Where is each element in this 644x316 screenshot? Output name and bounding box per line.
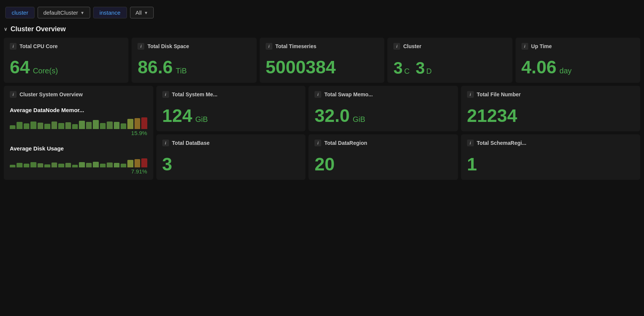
bar-segment <box>44 124 50 129</box>
disk-percent: 7.91% <box>10 168 147 175</box>
bar-segment <box>65 122 71 129</box>
bar-segment <box>79 162 85 167</box>
info-icon-timeseries[interactable]: i <box>266 43 272 50</box>
instance-dropdown-arrow: ▼ <box>144 11 148 15</box>
bar-segment <box>86 122 92 129</box>
disk-bar-chart <box>10 154 147 167</box>
bar-segment <box>38 123 43 129</box>
bar-segment <box>58 164 64 167</box>
cluster-tab[interactable]: cluster <box>5 7 35 18</box>
bar-segment <box>107 122 112 129</box>
card-file-number: i Total File Number 21234 <box>461 86 640 131</box>
card-database: i Total DataBase 3 <box>156 134 306 180</box>
card-swap-memory: i Total Swap Memo... 32.0 GiB <box>308 86 458 131</box>
bar-segment <box>93 120 98 129</box>
cluster-dropdown[interactable]: defaultCluster ▼ <box>38 7 90 18</box>
bar-segment <box>51 163 57 167</box>
bar-segment <box>121 123 126 129</box>
card-uptime: i Up Time 4.06 day <box>516 38 640 83</box>
info-icon-cpu[interactable]: i <box>10 43 17 50</box>
info-icon-cluster[interactable]: i <box>393 43 400 50</box>
info-icon-disk[interactable]: i <box>138 43 144 50</box>
bar-segment <box>72 165 78 167</box>
instance-tab[interactable]: instance <box>93 7 127 18</box>
bar-segment <box>127 160 133 167</box>
info-icon-uptime[interactable]: i <box>522 43 528 50</box>
top-bar: cluster defaultCluster ▼ instance All ▼ <box>4 4 640 21</box>
memory-percent: 15.9% <box>10 130 147 136</box>
lower-grid: i Total System Me... 124 GiB i Total Swa… <box>4 86 640 180</box>
overview-title: Cluster System Overview <box>20 91 83 97</box>
bar-segment <box>135 118 140 129</box>
bar-segment <box>107 163 112 167</box>
bar-segment <box>72 124 78 129</box>
row1-grid: i Total CPU Core 64 Core(s) i Total Disk… <box>4 38 640 83</box>
info-icon-database[interactable]: i <box>162 140 169 146</box>
bar-segment <box>10 125 15 129</box>
bar-segment <box>141 117 147 129</box>
memory-bar-chart <box>10 115 147 129</box>
info-icon-schemaregi[interactable]: i <box>467 140 474 146</box>
card-system-memory: i Total System Me... 124 GiB <box>156 86 306 131</box>
bar-segment <box>58 123 64 129</box>
section-title: ∨ Cluster Overview <box>4 25 640 33</box>
bar-segment <box>135 159 140 167</box>
section-chevron: ∨ <box>4 26 8 32</box>
card-cpu-core: i Total CPU Core 64 Core(s) <box>4 38 128 83</box>
bar-segment <box>121 164 126 167</box>
bar-segment <box>86 163 92 167</box>
bar-segment <box>51 122 57 129</box>
bar-segment <box>17 122 22 129</box>
cluster-dropdown-arrow: ▼ <box>80 11 85 15</box>
disk-label: Average Disk Usage <box>10 145 147 152</box>
bar-segment <box>24 123 29 129</box>
card-disk-space: i Total Disk Space 86.6 TiB <box>132 38 256 83</box>
bar-segment <box>141 158 147 167</box>
bar-segment <box>100 164 106 167</box>
bar-segment <box>44 164 50 168</box>
card-dataregion: i Total DataRegion 20 <box>308 134 458 180</box>
bar-segment <box>93 162 98 167</box>
bar-segment <box>127 119 133 129</box>
bar-segment <box>65 163 71 167</box>
bar-segment <box>30 122 36 129</box>
card-cluster-overview: i Cluster System Overview Average DataNo… <box>4 86 153 180</box>
memory-label: Average DataNode Memor... <box>10 107 147 113</box>
card-schemaregi: i Total SchemaRegi... 1 <box>461 134 640 180</box>
info-icon-overview[interactable]: i <box>10 91 17 98</box>
info-icon-swapmem[interactable]: i <box>314 91 321 98</box>
instance-dropdown[interactable]: All ▼ <box>130 7 154 18</box>
bar-segment <box>114 163 119 167</box>
bar-segment <box>100 123 106 129</box>
bar-segment <box>17 163 22 167</box>
bar-segment <box>79 121 85 129</box>
bar-segment <box>10 165 15 167</box>
info-icon-dataregion[interactable]: i <box>314 140 321 146</box>
bar-segment <box>30 162 36 167</box>
card-timeseries: i Total Timeseries 5000384 <box>260 38 384 83</box>
info-icon-sysmem[interactable]: i <box>162 91 169 98</box>
bar-segment <box>38 163 43 167</box>
card-cluster: i Cluster 3 C 3 D <box>387 38 512 83</box>
bar-segment <box>24 164 29 167</box>
info-icon-filenum[interactable]: i <box>467 91 474 98</box>
bar-segment <box>114 122 119 129</box>
